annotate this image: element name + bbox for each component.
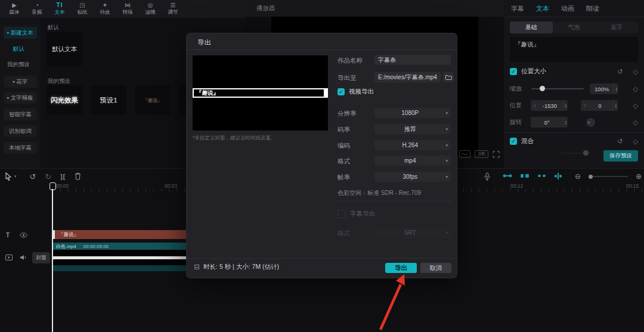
keyframe-diamond-icon[interactable]: ◇	[633, 85, 638, 93]
tab-filters[interactable]: ◎ 滤镜	[141, 2, 160, 16]
delete-icon[interactable]	[75, 172, 81, 181]
position-size-checkbox[interactable]: ✓	[510, 68, 517, 75]
preset-card-default-text[interactable]: 默认文本	[47, 32, 82, 67]
preview-axis-icon[interactable]	[554, 173, 562, 181]
keyframe-diamond-icon[interactable]: ◇	[633, 119, 638, 126]
style-subtabs: 基础 气泡 花字	[510, 21, 638, 33]
record-mic-icon[interactable]	[484, 172, 490, 181]
mute-speaker-icon[interactable]	[20, 255, 27, 260]
cursor-mode-chevron-icon[interactable]: ▾	[14, 174, 17, 179]
scale-slider-handle[interactable]	[540, 86, 545, 91]
name-label: 作品名称	[338, 57, 363, 65]
quality-badge-icon[interactable]	[459, 150, 470, 158]
cancel-button[interactable]: 取消	[420, 263, 451, 273]
main-track-magnet-icon[interactable]	[503, 173, 512, 180]
fit-button[interactable]: 适配	[475, 150, 488, 158]
tab-subtitle[interactable]: 字幕	[511, 4, 524, 13]
timeline-zoom-slider[interactable]	[589, 176, 628, 177]
path-input[interactable]: E:/movies/字幕条.mp4	[374, 72, 441, 82]
timeline-zoom-out-icon[interactable]: ⊖	[575, 172, 581, 181]
clip-trim-handle-left[interactable]	[52, 230, 55, 239]
opacity-slider-handle[interactable]	[583, 150, 589, 156]
sidebar-item-local-subtitle[interactable]: 本地字幕	[4, 142, 37, 154]
step-down-icon[interactable]: ▾	[565, 106, 566, 108]
text-content-input[interactable]: 『趣说』	[510, 37, 638, 62]
timeline-zoom-slider-handle[interactable]	[589, 175, 593, 179]
reset-icon[interactable]: ↺	[617, 68, 623, 76]
tab-transition-label: 转场	[123, 9, 133, 16]
sidebar-item-lyrics-recognition[interactable]: 识别歌词	[4, 125, 37, 137]
sidebar-item-huazi[interactable]: ▸ 花字	[4, 76, 37, 88]
tab-reading[interactable]: 朗读	[586, 4, 599, 13]
sidebar-item-text-template[interactable]: ▸ 文字模板	[4, 92, 37, 104]
framerate-dropdown[interactable]: 30fps ▾	[374, 172, 451, 182]
rotate-value-box[interactable]: 0° ▴▾	[531, 117, 568, 128]
sidebar-item-new-text[interactable]: ▸ 新建文本	[4, 27, 37, 39]
timeline-toolbar-left: ▾ ↺ ↻ ][	[5, 171, 81, 182]
codec-dropdown[interactable]: H.264 ▾	[374, 140, 451, 150]
name-input[interactable]: 字幕条	[374, 55, 451, 65]
cover-button[interactable]: 封面	[32, 252, 50, 263]
path-label: 导出至	[338, 74, 357, 82]
subtab-bubble[interactable]: 气泡	[553, 21, 596, 33]
opacity-slider[interactable]	[561, 153, 590, 154]
step-down-icon[interactable]: ▾	[615, 106, 617, 108]
tab-text-props[interactable]: 文本	[536, 4, 549, 13]
tab-adjust[interactable]: ☰ 调节	[163, 2, 182, 16]
split-icon[interactable]: ][	[60, 173, 66, 180]
blend-checkbox[interactable]: ✓	[510, 138, 517, 145]
playhead-line[interactable]	[52, 189, 53, 332]
resolution-value: 1080P	[374, 110, 445, 116]
save-preset-button[interactable]: 保存预设	[603, 150, 638, 162]
sidebar-item-my-presets[interactable]: 我的预设	[7, 61, 30, 69]
dialog-title: 导出	[197, 38, 211, 47]
scale-value-box[interactable]: 100% ▴▾	[590, 83, 618, 94]
bitrate-dropdown[interactable]: 推荐 ▾	[374, 124, 451, 134]
format-dropdown[interactable]: mp4 ▾	[374, 156, 451, 166]
timeline-zoom-in-icon[interactable]: ⊕	[636, 172, 642, 181]
tab-effects[interactable]: ✦ 特效	[95, 2, 114, 16]
position-y-box[interactable]: Y 0 ▴▾	[581, 100, 618, 111]
step-down-icon[interactable]: ▾	[565, 122, 566, 125]
keyframe-diamond-icon[interactable]: ◇	[633, 68, 638, 76]
keyframe-diamond-icon[interactable]: ◇	[633, 102, 638, 110]
sidebar-item-smart-subtitle[interactable]: 智能字幕	[4, 108, 37, 120]
sidebar-item-default[interactable]: 默认	[13, 45, 24, 53]
tab-text[interactable]: TI 文本	[50, 2, 69, 16]
rotate-dial[interactable]	[586, 118, 595, 127]
rotate-stepper[interactable]: ▴▾	[563, 117, 568, 128]
toggle-visibility-eye-icon[interactable]	[20, 232, 27, 238]
tab-audio[interactable]: ◔ 音频	[27, 2, 47, 16]
browse-folder-button[interactable]	[443, 72, 454, 82]
preset-card-flash[interactable]: 闪光效果	[47, 85, 82, 115]
auto-snap-icon[interactable]	[520, 173, 530, 180]
fullscreen-icon[interactable]	[493, 151, 500, 158]
sticker-icon: ◳	[79, 2, 85, 8]
tab-animation[interactable]: 动画	[561, 4, 574, 13]
tab-sticker[interactable]: ◳ 贴纸	[73, 2, 92, 16]
step-down-icon[interactable]: ▾	[615, 89, 617, 91]
tab-transition[interactable]: ⋈ 转场	[118, 2, 137, 16]
video-export-checkbox[interactable]: ✓	[338, 88, 345, 95]
scale-stepper[interactable]: ▴▾	[614, 83, 618, 94]
preset-card-preset1[interactable]: 预设1	[91, 85, 126, 115]
preset-card-qushuo[interactable]: 『趣说』	[135, 85, 171, 115]
reset-icon[interactable]: ↺	[617, 138, 623, 145]
tab-media[interactable]: ▶ 媒体	[5, 2, 24, 16]
cursor-select-icon[interactable]	[5, 172, 13, 181]
preset-card-default-text-label: 默认文本	[52, 45, 77, 54]
y-stepper[interactable]: ▴▾	[613, 100, 618, 111]
keyframe-diamond-icon[interactable]: ◇	[633, 138, 638, 145]
subtab-huazi[interactable]: 花字	[595, 21, 638, 33]
resolution-dropdown[interactable]: 1080P ▾	[374, 108, 451, 118]
linkage-icon[interactable]	[537, 173, 546, 180]
position-x-box[interactable]: X -1530 ▴▾	[531, 100, 568, 111]
redo-icon[interactable]: ↻	[45, 172, 51, 181]
x-value: -1530	[536, 103, 563, 109]
preset-card-qushuo-label: 『趣说』	[143, 97, 162, 104]
undo-icon[interactable]: ↺	[30, 172, 36, 181]
x-stepper[interactable]: ▴▾	[563, 100, 568, 111]
subtab-basic[interactable]: 基础	[510, 21, 553, 33]
subtitle-export-checkbox[interactable]	[338, 210, 346, 218]
scale-slider[interactable]	[531, 88, 584, 89]
